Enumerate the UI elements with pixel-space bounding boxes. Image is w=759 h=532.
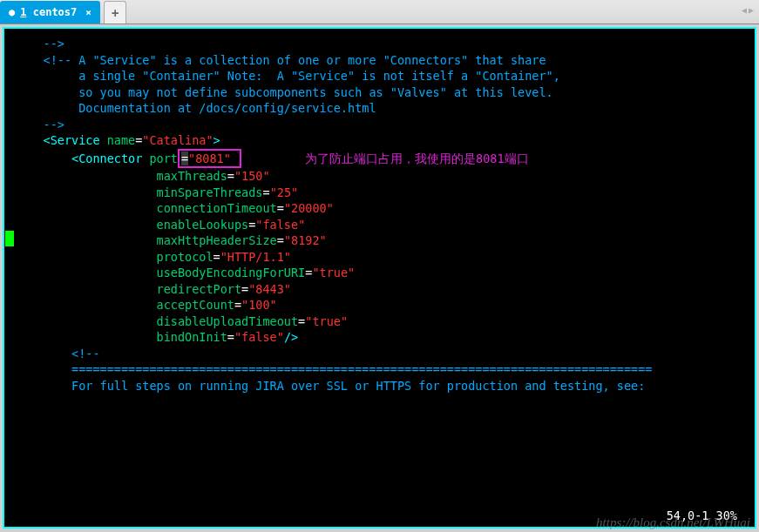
code-text: />: [284, 330, 298, 344]
tab-label: 1 centos7: [20, 6, 77, 18]
code-text: =: [277, 233, 284, 247]
code-text: Service: [51, 133, 107, 147]
code-text: "8192": [284, 233, 327, 247]
code-text: disableUploadTimeout: [15, 314, 298, 328]
code-text: redirectPort: [15, 282, 241, 296]
code-text: =: [181, 152, 188, 165]
code-text: "8443": [248, 282, 291, 296]
code-text: a single "Container" Note: A "Service" i…: [15, 69, 560, 83]
code-text: "8081": [188, 152, 231, 165]
close-icon[interactable]: ×: [85, 7, 91, 18]
cursor: [5, 231, 14, 246]
code-text: protocol: [15, 250, 213, 264]
code-text: =: [262, 185, 269, 199]
terminal-pane[interactable]: --> <!-- A "Service" is a collection of …: [3, 27, 756, 529]
code-text: Connector: [78, 152, 149, 165]
code-text: =: [277, 201, 284, 215]
watermark-text: https://blog.csdn.net/LWHuai: [596, 515, 750, 530]
code-text: =: [227, 169, 234, 183]
code-text: <!-- A "Service" is a collection of one …: [15, 53, 546, 67]
code-text: -->: [15, 118, 64, 131]
port-highlight-box: ="8081": [178, 149, 241, 169]
code-text: =: [227, 330, 234, 344]
code-text: "false": [234, 330, 284, 344]
code-text: "25": [270, 185, 299, 199]
code-text: enableLookups: [15, 218, 248, 232]
code-text: maxThreads: [15, 169, 227, 183]
code-text: Documentation at /docs/config/service.ht…: [15, 101, 376, 115]
code-text: port: [149, 152, 178, 165]
code-text: ========================================…: [15, 362, 653, 376]
code-text: "150": [234, 169, 270, 183]
code-text: "true": [305, 314, 348, 328]
code-text: =: [241, 282, 248, 296]
code-text: <: [15, 133, 51, 147]
nav-left-icon[interactable]: ◀: [742, 5, 747, 15]
code-text: so you may not define subcomponents such…: [15, 85, 553, 99]
code-text: minSpareThreads: [15, 185, 262, 199]
annotation-text: 为了防止端口占用，我使用的是8081端口: [305, 152, 529, 165]
code-text: "20000": [284, 201, 334, 215]
terminal-icon: ●: [9, 6, 15, 18]
nav-right-icon[interactable]: ▶: [749, 5, 754, 15]
code-text: bindOnInit: [15, 330, 227, 344]
code-text: =: [234, 298, 241, 312]
tab-bar: ● 1 centos7 × + ◀ ▶: [0, 0, 759, 24]
code-text: <!--: [15, 347, 100, 360]
code-text: For full steps on running JIRA over SSL …: [15, 379, 645, 393]
code-text: "false": [255, 218, 305, 232]
code-text: <: [15, 152, 78, 165]
code-text: "HTTP/1.1": [220, 250, 291, 264]
tab-centos7[interactable]: ● 1 centos7 ×: [0, 1, 100, 24]
code-text: useBodyEncodingForURI: [15, 266, 305, 279]
code-text: -->: [15, 37, 64, 51]
code-text: =: [213, 250, 220, 264]
code-text: "true": [312, 266, 355, 279]
tab-nav: ◀ ▶: [742, 5, 754, 15]
code-text: "100": [241, 298, 277, 312]
code-text: >: [213, 133, 220, 147]
code-text: name: [107, 133, 136, 147]
code-text: maxHttpHeaderSize: [15, 233, 277, 247]
code-text: acceptCount: [15, 298, 234, 312]
add-tab-button[interactable]: +: [104, 1, 126, 24]
code-text: "Catalina": [142, 133, 213, 147]
code-text: connectionTimeout: [15, 201, 277, 215]
